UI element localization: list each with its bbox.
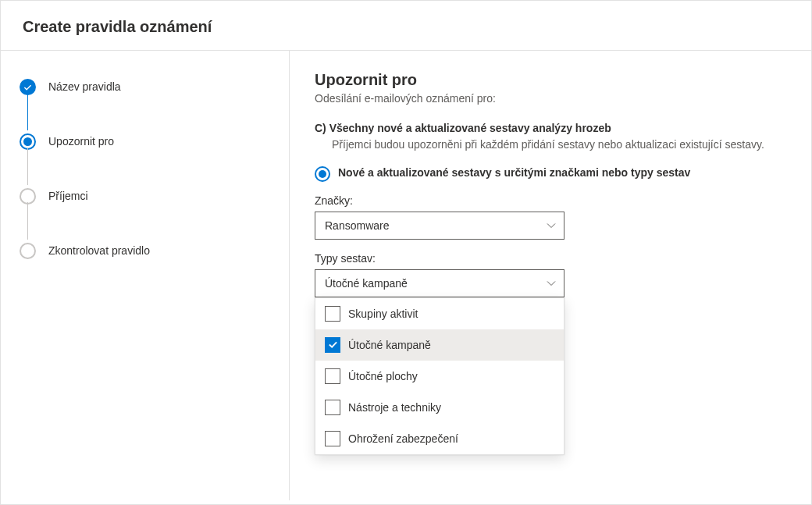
radio-label: Nové a aktualizované sestavy s určitými … bbox=[338, 165, 690, 181]
section-title: Upozornit pro bbox=[315, 71, 786, 89]
stepper-sidebar: Název pravidla Upozornit pro Příjemci Zk… bbox=[1, 51, 290, 500]
tags-dropdown[interactable]: Ransomware bbox=[315, 212, 564, 240]
checkbox-checked-icon bbox=[325, 337, 340, 353]
checkbox-icon bbox=[325, 431, 340, 446]
checkmark-icon bbox=[23, 83, 32, 91]
dropdown-item-attack-campaigns[interactable]: Útočné kampaně bbox=[315, 329, 564, 361]
report-types-dropdown[interactable]: Útočné kampaně bbox=[315, 269, 564, 297]
dropdown-item-vulnerabilities[interactable]: Ohrožení zabezpečení bbox=[315, 423, 564, 454]
step-review-rule[interactable]: Zkontrolovat pravidlo bbox=[20, 240, 270, 261]
option-heading: C) Všechny nové a aktualizované sestavy … bbox=[315, 122, 786, 134]
tags-dropdown-value: Ransomware bbox=[325, 219, 389, 232]
dropdown-item-attack-surfaces[interactable]: Útočné plochy bbox=[315, 361, 564, 392]
option-description: Příjemci budou upozorněni při každém při… bbox=[315, 137, 786, 153]
dropdown-item-label: Nástroje a techniky bbox=[348, 401, 441, 414]
dropdown-item-label: Skupiny aktivit bbox=[348, 308, 418, 320]
checkbox-icon bbox=[325, 368, 340, 384]
radio-icon bbox=[315, 166, 330, 182]
dialog-title: Create pravidla oznámení bbox=[23, 18, 789, 36]
step-notify-for[interactable]: Upozornit pro bbox=[20, 130, 270, 152]
step-connector bbox=[27, 148, 28, 185]
option-all-reports: C) Všechny nové a aktualizované sestavy … bbox=[315, 122, 786, 153]
dropdown-item-label: Ohrožení zabezpečení bbox=[348, 432, 458, 445]
section-subtitle: Odesílání e-mailových oznámení pro: bbox=[315, 92, 786, 105]
report-types-label: Typy sestav: bbox=[315, 252, 786, 265]
chevron-down-icon bbox=[547, 279, 556, 288]
dropdown-item-label: Útočné kampaně bbox=[348, 339, 431, 351]
dropdown-item-activity-groups[interactable]: Skupiny aktivit bbox=[315, 298, 564, 329]
step-label: Upozornit pro bbox=[48, 135, 114, 148]
step-label: Zkontrolovat pravidlo bbox=[48, 244, 150, 257]
step-connector bbox=[27, 202, 28, 240]
step-label: Název pravidla bbox=[48, 80, 121, 93]
dialog-header: Create pravidla oznámení bbox=[1, 1, 811, 50]
step-rule-name[interactable]: Název pravidla bbox=[20, 76, 270, 98]
chevron-down-icon bbox=[547, 221, 556, 230]
dialog-body: Název pravidla Upozornit pro Příjemci Zk… bbox=[1, 50, 811, 500]
dropdown-item-label: Útočné plochy bbox=[348, 370, 418, 382]
step-connector bbox=[27, 93, 28, 130]
step-label: Příjemci bbox=[48, 190, 88, 202]
checkbox-icon bbox=[325, 306, 340, 322]
tags-label: Značky: bbox=[315, 194, 786, 207]
radio-specific-tags[interactable]: Nové a aktualizované sestavy s určitými … bbox=[315, 165, 786, 182]
step-recipients[interactable]: Příjemci bbox=[20, 185, 270, 207]
report-types-dropdown-wrapper: Útočné kampaně Skupiny aktivit Útočné ka… bbox=[315, 269, 564, 297]
checkbox-icon bbox=[325, 400, 340, 415]
report-types-dropdown-value: Útočné kampaně bbox=[325, 277, 408, 290]
report-types-dropdown-menu: Skupiny aktivit Útočné kampaně Útočné pl… bbox=[315, 297, 564, 455]
stepper: Název pravidla Upozornit pro Příjemci Zk… bbox=[20, 76, 270, 261]
step-marker-pending bbox=[20, 243, 36, 259]
main-content: Upozornit pro Odesílání e-mailových ozná… bbox=[290, 51, 811, 500]
dropdown-item-tools-techniques[interactable]: Nástroje a techniky bbox=[315, 392, 564, 423]
